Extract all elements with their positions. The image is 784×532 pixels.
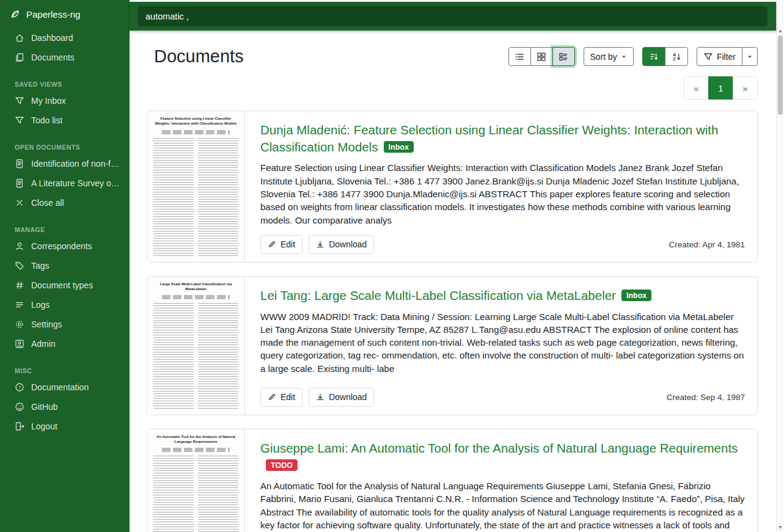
document-card-body: Dunja Mladenić: Feature Selection using … <box>245 111 757 262</box>
view-details-button[interactable] <box>552 47 575 66</box>
funnel-icon <box>703 52 713 62</box>
view-list-button[interactable] <box>508 47 531 66</box>
pagination-prev-button[interactable]: « <box>684 76 709 100</box>
grid-icon <box>537 52 546 62</box>
sort-alphabetical-button[interactable]: AZ <box>665 47 688 66</box>
download-icon <box>316 393 324 401</box>
sidebar-item-github[interactable]: GitHub <box>0 397 130 417</box>
tag-badge-inbox[interactable]: Inbox <box>384 141 414 153</box>
sidebar-item-admin[interactable]: Admin <box>0 334 130 354</box>
misc-section-title: MISC <box>0 367 130 374</box>
sidebar-item-dashboard[interactable]: Dashboard <box>0 28 130 48</box>
tag-badge-todo[interactable]: TODO <box>266 459 298 472</box>
document-excerpt: Feature Selection using Linear Classifie… <box>260 161 745 226</box>
funnel-icon <box>15 96 24 106</box>
document-card: Large Scale Multi-Label Classification v… <box>147 276 758 415</box>
sidebar-item-tags[interactable]: Tags <box>0 256 130 275</box>
thumbnail-meta-lines <box>162 448 230 452</box>
sidebar-item-document-types[interactable]: Document types <box>0 275 130 295</box>
document-thumbnail[interactable]: Large Scale Multi-Label Classification v… <box>147 277 245 415</box>
created-date: Created: Apr 4, 1981 <box>669 240 745 249</box>
toolbar-controls: Sort by AZ Filter <box>508 47 758 66</box>
details-view-icon <box>559 52 568 62</box>
sort-descending-button[interactable] <box>642 47 665 66</box>
file-text-icon <box>15 178 24 188</box>
document-card-actions: Edit Download Created: Apr 4, 1981 <box>260 235 745 254</box>
download-button[interactable]: Download <box>309 388 374 407</box>
sidebar-item-my-inbox[interactable]: My Inbox <box>0 91 130 111</box>
svg-text:A: A <box>673 53 676 57</box>
person-icon <box>15 241 24 251</box>
sidebar-item-settings[interactable]: Settings <box>0 315 130 334</box>
file-text-icon <box>15 159 24 169</box>
svg-text:?: ? <box>18 385 21 390</box>
document-thumbnail[interactable]: Feature Selection using Linear Classifie… <box>147 111 245 262</box>
sort-alpha-down-icon: AZ <box>672 52 681 62</box>
logout-door-icon <box>15 421 24 431</box>
list-ul-icon <box>515 52 524 62</box>
edit-button[interactable]: Edit <box>260 388 302 407</box>
document-card: Feature Selection using Linear Classifie… <box>147 111 758 263</box>
list-icon <box>15 300 24 310</box>
manage-section-title: MANAGE <box>0 226 130 233</box>
document-title-link[interactable]: Dunja Mladenić: Feature Selection using … <box>260 122 745 155</box>
sidebar-item-close-all[interactable]: Close all <box>0 193 130 213</box>
global-search-input[interactable] <box>138 6 768 26</box>
document-card-body: Lei Tang: Large Scale Multi-Label Classi… <box>245 277 757 415</box>
scrollbar-thumb[interactable] <box>778 35 783 115</box>
thumbnail-text-columns <box>153 456 238 532</box>
pencil-icon <box>268 393 276 401</box>
pagination-page-1-button[interactable]: 1 <box>708 76 733 100</box>
main-column: Documents Sort by <box>130 0 776 532</box>
saved-views-section-title: SAVED VIEWS <box>0 81 130 88</box>
funnel-icon <box>15 115 24 125</box>
sidebar-item-todo-list[interactable]: Todo list <box>0 111 130 130</box>
view-grid-button[interactable] <box>530 47 553 66</box>
hash-icon <box>15 280 24 290</box>
sidebar-item-open-document-2[interactable]: A Literature Survey on ... <box>0 173 130 193</box>
filter-dropdown-toggle[interactable] <box>742 47 758 66</box>
document-excerpt: An Automatic Tool for the Analysis of Na… <box>260 479 745 532</box>
thumbnail-text-columns <box>153 138 238 257</box>
tag-badge-inbox[interactable]: Inbox <box>621 290 651 302</box>
documents-page: Documents Sort by <box>130 31 776 532</box>
files-icon <box>15 53 24 62</box>
document-card-actions: Edit Download Created: Sep 4, 1987 <box>260 388 745 407</box>
sidebar-item-correspondents[interactable]: Correspondents <box>0 236 130 256</box>
pencil-icon <box>268 240 276 249</box>
svg-text:Z: Z <box>673 57 676 61</box>
thumbnail-meta-lines <box>162 295 230 299</box>
created-date: Created: Sep 4, 1987 <box>667 393 745 402</box>
document-title-link[interactable]: Lei Tang: Large Scale Multi-Label Classi… <box>260 287 745 304</box>
document-excerpt: WWW 2009 MADRID! Track: Data Mining / Se… <box>260 310 745 375</box>
top-navbar <box>130 2 776 31</box>
document-title-link[interactable]: Giuseppe Lami: An Automatic Tool for the… <box>260 440 745 473</box>
brand[interactable]: Paperless-ng <box>0 0 130 28</box>
sidebar-item-logout[interactable]: Logout <box>0 417 130 436</box>
scrollbar[interactable] <box>776 0 784 532</box>
edit-button[interactable]: Edit <box>260 235 302 254</box>
sort-down-icon <box>649 52 659 62</box>
sidebar-item-open-document-1[interactable]: Identification of non-fu... <box>0 154 130 173</box>
tag-icon <box>15 261 24 271</box>
sidebar-item-documentation[interactable]: ? Documentation <box>0 377 130 397</box>
document-card-body: Giuseppe Lami: An Automatic Tool for the… <box>245 429 757 532</box>
document-thumbnail[interactable]: An Automatic Tool for the Analysis of Na… <box>147 429 245 532</box>
scrollbar-down-arrow[interactable] <box>779 526 782 529</box>
download-button[interactable]: Download <box>309 235 374 254</box>
view-toggle-group <box>508 47 575 66</box>
pagination: « 1 » <box>147 76 758 100</box>
house-icon <box>15 33 24 43</box>
filter-button[interactable]: Filter <box>697 47 742 66</box>
sidebar-item-logs[interactable]: Logs <box>0 295 130 315</box>
download-icon <box>316 240 324 249</box>
chevron-down-icon <box>621 54 627 60</box>
pagination-next-button[interactable]: » <box>733 76 758 100</box>
sort-by-dropdown[interactable]: Sort by <box>584 47 634 66</box>
thumbnail-text-columns <box>153 303 238 409</box>
sidebar-item-documents[interactable]: Documents <box>0 48 130 67</box>
scrollbar-up-arrow[interactable] <box>779 29 782 32</box>
gear-icon <box>15 319 24 329</box>
document-card: An Automatic Tool for the Analysis of Na… <box>147 429 758 532</box>
question-circle-icon: ? <box>15 382 24 392</box>
